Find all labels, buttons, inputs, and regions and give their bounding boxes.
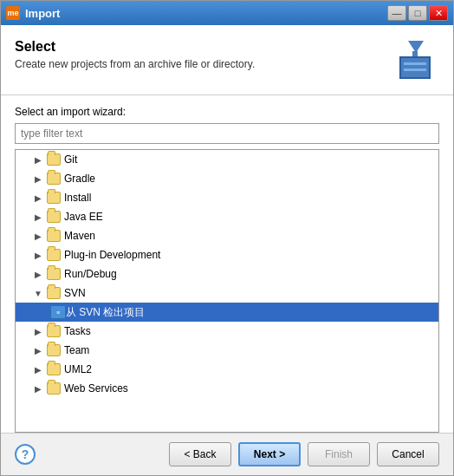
- tree-item-svn-checkout[interactable]: ≡从 SVN 检出项目: [16, 303, 438, 322]
- tree-item-plugin[interactable]: ▶Plug-in Development: [16, 245, 438, 264]
- expand-arrow-svn[interactable]: ▼: [33, 288, 43, 298]
- expand-arrow-webservices[interactable]: ▶: [33, 383, 43, 394]
- tree-item-label-svn: SVN: [64, 287, 435, 299]
- bottom-area: ? < Back Next > Finish Cancel: [1, 433, 453, 475]
- window-title: Import: [25, 7, 387, 20]
- minimize-button[interactable]: —: [387, 5, 406, 21]
- folder-icon-rundebug: [47, 268, 61, 280]
- tree-container[interactable]: ▶Git▶Gradle▶Install▶Java EE▶Maven▶Plug-i…: [15, 149, 439, 433]
- tree-item-label-git: Git: [64, 153, 435, 166]
- back-button[interactable]: < Back: [169, 442, 231, 466]
- import-icon-box: [399, 56, 431, 79]
- expand-arrow-plugin[interactable]: ▶: [33, 250, 43, 260]
- dialog-content: Select Create new projects from an archi…: [1, 25, 453, 433]
- tree-item-team[interactable]: ▶Team: [16, 341, 438, 360]
- svn-checkout-icon: ≡: [50, 305, 66, 319]
- tree-item-label-tasks: Tasks: [64, 325, 435, 337]
- expand-arrow-maven[interactable]: ▶: [33, 231, 43, 241]
- expand-arrow-team[interactable]: ▶: [33, 345, 43, 355]
- filter-input[interactable]: [15, 123, 439, 144]
- tree-item-label-maven: Maven: [64, 230, 435, 242]
- folder-icon-plugin: [47, 249, 61, 261]
- tree-item-label-javaee: Java EE: [64, 211, 435, 223]
- expand-arrow-javaee[interactable]: ▶: [33, 212, 43, 222]
- expand-arrow-rundebug[interactable]: ▶: [33, 269, 43, 279]
- tree-item-tasks[interactable]: ▶Tasks: [16, 322, 438, 341]
- tree-item-javaee[interactable]: ▶Java EE: [16, 207, 438, 226]
- tree-item-maven[interactable]: ▶Maven: [16, 226, 438, 245]
- tree-item-git[interactable]: ▶Git: [16, 150, 438, 169]
- header-icon: [394, 39, 439, 81]
- tree-item-label-webservices: Web Services: [64, 382, 435, 394]
- close-button[interactable]: ✕: [429, 5, 448, 21]
- tree-item-uml2[interactable]: ▶UML2: [16, 360, 438, 379]
- maximize-button[interactable]: □: [408, 5, 427, 21]
- import-icon: [396, 41, 438, 79]
- tree-item-rundebug[interactable]: ▶Run/Debug: [16, 264, 438, 284]
- tree-item-label-gradle: Gradle: [64, 173, 435, 185]
- import-icon-arrow: [408, 41, 424, 53]
- folder-icon-tasks: [47, 325, 61, 337]
- folder-icon-javaee: [47, 211, 61, 223]
- folder-icon-maven: [47, 230, 61, 242]
- folder-icon-install: [47, 192, 61, 204]
- tree-item-webservices[interactable]: ▶Web Services: [16, 379, 438, 398]
- button-bar: ? < Back Next > Finish Cancel: [1, 434, 453, 475]
- window-controls: — □ ✕: [387, 5, 448, 21]
- expand-arrow-install[interactable]: ▶: [33, 192, 43, 203]
- header-title: Select: [15, 39, 394, 55]
- tree-item-label-svn-checkout: 从 SVN 检出项目: [66, 305, 435, 320]
- help-button[interactable]: ?: [15, 444, 36, 465]
- cancel-button[interactable]: Cancel: [377, 442, 439, 466]
- folder-icon-webservices: [47, 382, 61, 394]
- finish-button[interactable]: Finish: [308, 442, 370, 466]
- tree-item-svn[interactable]: ▼SVN: [16, 284, 438, 303]
- expand-arrow-uml2[interactable]: ▶: [33, 364, 43, 375]
- folder-open-icon-svn: [47, 287, 61, 299]
- tree-item-label-uml2: UML2: [64, 363, 435, 375]
- expand-arrow-svn-checkout[interactable]: [36, 307, 47, 317]
- expand-arrow-gradle[interactable]: ▶: [33, 173, 43, 184]
- header-separator: [1, 95, 453, 95]
- tree-item-install[interactable]: ▶Install: [16, 188, 438, 207]
- header-text: Select Create new projects from an archi…: [15, 39, 394, 70]
- import-dialog: me Import — □ ✕ Select Create new projec…: [0, 0, 454, 476]
- folder-icon-uml2: [47, 363, 61, 375]
- tree-item-label-install: Install: [64, 192, 435, 204]
- tree-item-label-rundebug: Run/Debug: [64, 268, 435, 280]
- wizard-label: Select an import wizard:: [15, 106, 439, 118]
- tree-item-label-team: Team: [64, 344, 435, 356]
- expand-arrow-tasks[interactable]: ▶: [33, 326, 43, 336]
- folder-icon-gradle: [47, 173, 61, 185]
- header-section: Select Create new projects from an archi…: [15, 39, 439, 81]
- tree-item-gradle[interactable]: ▶Gradle: [16, 169, 438, 188]
- title-bar: me Import — □ ✕: [1, 1, 453, 25]
- next-button[interactable]: Next >: [238, 442, 301, 466]
- folder-icon-git: [47, 153, 61, 166]
- folder-icon-team: [47, 344, 61, 356]
- tree-item-label-plugin: Plug-in Development: [64, 249, 435, 261]
- expand-arrow-git[interactable]: ▶: [33, 154, 43, 165]
- header-description: Create new projects from an archive file…: [15, 58, 394, 70]
- app-icon: me: [6, 6, 20, 20]
